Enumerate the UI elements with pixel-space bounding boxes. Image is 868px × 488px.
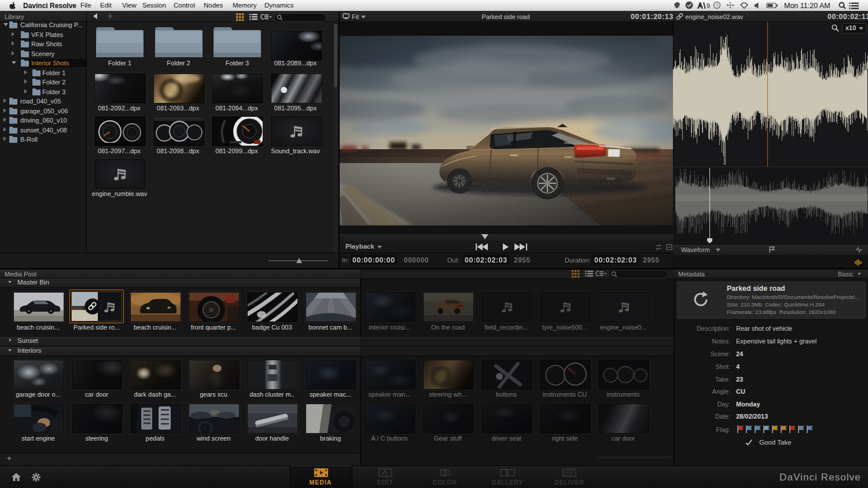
- svg-text:9: 9: [707, 2, 710, 9]
